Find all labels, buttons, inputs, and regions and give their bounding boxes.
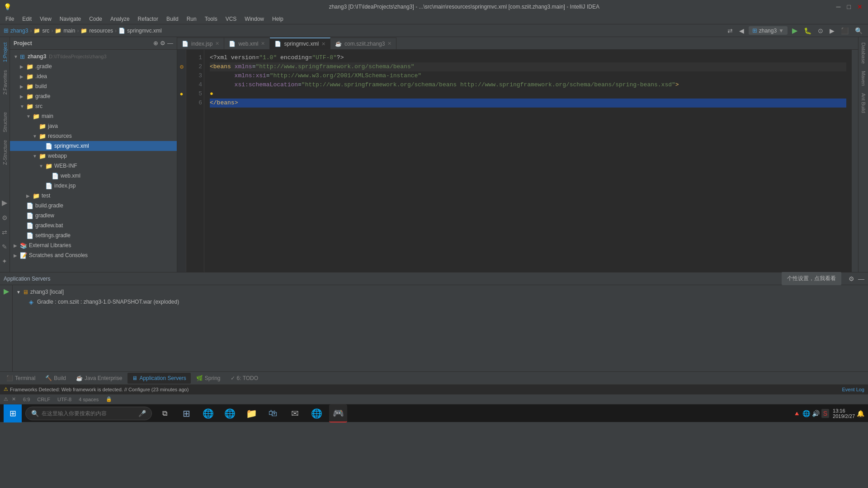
sys-volume-icon[interactable]: 🔊	[812, 410, 820, 417]
left-tab-run[interactable]: ▶	[0, 195, 9, 211]
back-button[interactable]: ◀	[737, 26, 746, 35]
sys-ime-icon[interactable]: S	[821, 409, 829, 418]
close-index-jsp-icon[interactable]: ✕	[215, 41, 219, 47]
editor-tab-com-sziit[interactable]: ☕ com.sziit.zhang3 ✕	[330, 38, 396, 49]
tree-item-java-dir[interactable]: ▶ 📁 java	[10, 121, 177, 131]
taskbar-icon-7[interactable]: 🌐	[307, 404, 326, 422]
right-tab-database[interactable]: Database	[859, 39, 868, 67]
taskbar-icon-8[interactable]: 🎮	[329, 404, 347, 422]
sync-files-button[interactable]: ⇄	[726, 26, 735, 35]
menu-help[interactable]: Help	[269, 15, 287, 23]
code-editor[interactable]: ⚙ ● 1 2 3 4 5 6 <?xml version="1.0" enco…	[177, 50, 858, 272]
left-tab-z-structure[interactable]: Z-Structure	[1, 136, 9, 169]
minimize-button[interactable]: ─	[835, 3, 843, 10]
editor-scrollbar[interactable]	[852, 50, 858, 272]
sys-network-icon[interactable]: 🌐	[802, 410, 810, 417]
breadcrumb-zhang3[interactable]: zhang3	[10, 28, 28, 34]
left-tab-project[interactable]: 1:Project	[1, 39, 9, 66]
server-run-button[interactable]: ▶	[4, 287, 9, 296]
tree-item-scratches[interactable]: ▶ 📝 Scratches and Consoles	[10, 250, 177, 260]
windows-search-input[interactable]	[42, 410, 136, 417]
tree-item-main-dir[interactable]: ▼ 📁 main	[10, 111, 177, 121]
forward-button[interactable]: ▶	[828, 26, 836, 35]
stop-button[interactable]: ⬛	[839, 26, 850, 35]
tree-item-web-xml[interactable]: ▶ 📄 web.xml	[10, 171, 177, 181]
menu-vcs[interactable]: VCS	[222, 15, 241, 23]
taskbar-icon-6[interactable]: ✉	[286, 404, 304, 422]
bottom-tab-terminal[interactable]: ⬛ Terminal	[2, 373, 40, 384]
sidebar-sync-icon[interactable]: ⊕	[153, 40, 158, 47]
tree-item-idea-dir[interactable]: ▶ 📁 .idea	[10, 71, 177, 81]
taskbar-icon-4[interactable]: 📁	[242, 404, 260, 422]
close-web-xml-icon[interactable]: ✕	[261, 41, 265, 47]
left-tab-settings[interactable]: ⚙	[0, 211, 9, 225]
event-log-button[interactable]: Event Log	[842, 387, 864, 392]
left-tab-star[interactable]: ✦	[0, 254, 9, 268]
run-config-label[interactable]: zhang3	[759, 28, 777, 34]
breadcrumb-main[interactable]: main	[63, 28, 75, 34]
bottom-tab-spring[interactable]: 🌿 Spring	[192, 373, 225, 384]
close-button[interactable]: ✕	[855, 3, 864, 10]
menu-view[interactable]: View	[36, 15, 55, 23]
tree-item-springmvc-xml[interactable]: ▶ 📄 springmvc.xml	[10, 141, 177, 151]
menu-analyze[interactable]: Analyze	[107, 15, 133, 23]
tree-item-src-dir[interactable]: ▼ 📁 src	[10, 101, 177, 111]
windows-search[interactable]: 🔍 🎤	[25, 407, 152, 420]
tree-item-external-libs[interactable]: ▶ 📚 External Libraries	[10, 240, 177, 250]
editor-tab-index-jsp[interactable]: 📄 index.jsp ✕	[177, 38, 224, 49]
maximize-button[interactable]: □	[845, 3, 853, 10]
right-tab-ant-build[interactable]: Ant Build	[859, 89, 868, 117]
tree-item-gradle-dir2[interactable]: ▶ 📁 gradle	[10, 91, 177, 101]
bottom-tab-build[interactable]: 🔨 Build	[41, 373, 71, 384]
bottom-panel-settings-icon[interactable]: ⚙	[849, 275, 854, 282]
sidebar-settings-icon[interactable]: ⚙	[160, 40, 165, 47]
editor-tab-springmvc-xml[interactable]: 📄 springmvc.xml ✕	[270, 38, 330, 49]
personalization-button[interactable]: 个性设置，点我看看	[782, 272, 841, 285]
menu-window[interactable]: Window	[241, 15, 268, 23]
breadcrumb-springmvc[interactable]: springmvc.xml	[127, 28, 162, 34]
debug-button[interactable]: 🐛	[802, 26, 813, 35]
menu-edit[interactable]: Edit	[19, 15, 35, 23]
editor-tab-web-xml[interactable]: 📄 web.xml ✕	[224, 38, 270, 49]
line-separator[interactable]: CRLF	[37, 397, 50, 402]
tree-item-index-jsp[interactable]: ▶ 📄 index.jsp	[10, 181, 177, 191]
breadcrumb-resources[interactable]: resources	[89, 28, 113, 34]
right-tab-maven[interactable]: Maven	[859, 67, 868, 89]
sys-notification-icon[interactable]: 🔔	[857, 410, 864, 417]
tree-item-build-gradle[interactable]: ▶ 📄 build.gradle	[10, 201, 177, 211]
taskbar-icon-3[interactable]: 🌐	[221, 404, 239, 422]
cursor-position[interactable]: 6:9	[23, 397, 30, 402]
sidebar-minimize-icon[interactable]: —	[167, 40, 173, 47]
file-encoding[interactable]: UTF-8	[57, 397, 71, 402]
bottom-tab-java-enterprise[interactable]: ☕ Java Enterprise	[71, 373, 127, 384]
server-item-zhang3[interactable]: ▼ 🖥 zhang3 [local]	[13, 287, 868, 297]
left-tab-structure[interactable]: Structure	[1, 108, 9, 136]
tree-item-gradle-dir[interactable]: ▶ 📁 .gradle	[10, 61, 177, 71]
left-tab-edit[interactable]: ✎	[0, 239, 9, 254]
indent-setting[interactable]: 4 spaces	[79, 397, 99, 402]
tree-item-settings-gradle[interactable]: ▶ 📄 settings.gradle	[10, 230, 177, 240]
breadcrumb-src[interactable]: src	[42, 28, 49, 34]
mic-icon[interactable]: 🎤	[138, 410, 146, 417]
tree-item-webinf-dir[interactable]: ▼ 📁 WEB-INF	[10, 161, 177, 171]
menu-file[interactable]: File	[2, 15, 18, 23]
tree-item-gradlew-bat[interactable]: ▶ 📄 gradlew.bat	[10, 221, 177, 230]
close-springmvc-xml-icon[interactable]: ✕	[321, 41, 326, 47]
server-item-artifact[interactable]: ◈ Gradle : com.sziit : zhang3-1.0-SNAPSH…	[13, 297, 868, 307]
taskbar-icon-1[interactable]: ⊞	[177, 404, 195, 422]
menu-code[interactable]: Code	[85, 15, 106, 23]
tree-item-zhang3[interactable]: ▼ ⊞ zhang3 D:\IT\IdeaProjects\zhang3	[10, 52, 177, 61]
menu-refactor[interactable]: Refactor	[134, 15, 162, 23]
taskbar-icon-5[interactable]: 🛍	[264, 404, 282, 422]
taskbar-icon-2[interactable]: 🌐	[199, 404, 217, 422]
run-button[interactable]: ▶	[790, 25, 799, 36]
search-everywhere-button[interactable]: 🔍	[853, 26, 864, 35]
start-button[interactable]: ⊞	[4, 404, 22, 422]
menu-run[interactable]: Run	[183, 15, 200, 23]
tree-item-build-dir[interactable]: ▶ 📁 build	[10, 81, 177, 91]
bottom-tab-app-servers[interactable]: 🖥 Application Servers	[127, 373, 190, 384]
taskbar-taskview-button[interactable]: ⧉	[156, 404, 174, 422]
close-com-sziit-icon[interactable]: ✕	[387, 41, 392, 47]
tree-item-gradlew[interactable]: ▶ 📄 gradlew	[10, 211, 177, 221]
menu-navigate[interactable]: Navigate	[56, 15, 85, 23]
